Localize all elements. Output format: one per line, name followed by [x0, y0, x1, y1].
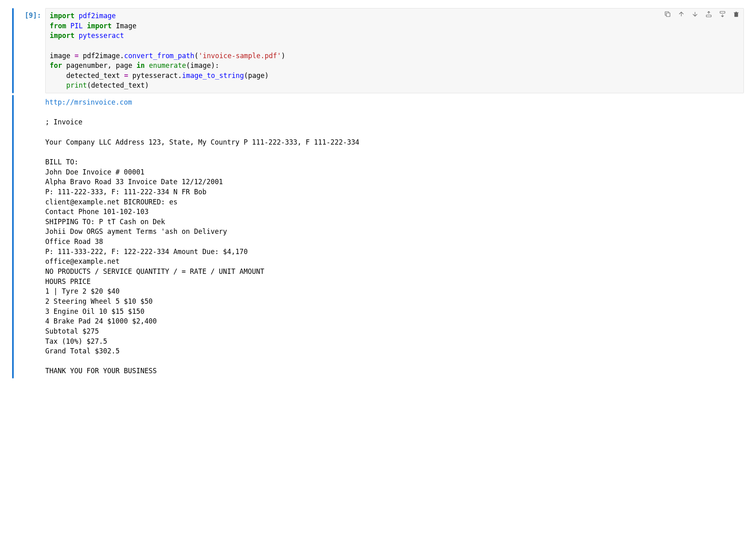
- var: detected_text: [50, 71, 124, 80]
- output-prompt: [17, 95, 45, 378]
- sp: [145, 61, 149, 69]
- input-prompt: [9]:: [17, 8, 45, 93]
- obj: pdf2image: [79, 52, 120, 60]
- var: image: [50, 52, 74, 60]
- delete-icon[interactable]: [732, 10, 740, 18]
- svg-rect-1: [706, 15, 711, 17]
- builtin: enumerate: [149, 61, 186, 69]
- insert-above-icon[interactable]: [705, 10, 713, 18]
- duplicate-icon[interactable]: [664, 10, 672, 18]
- move-down-icon[interactable]: [691, 10, 699, 18]
- input-row: [9]:: [12, 8, 744, 93]
- module-name: pdf2image: [79, 12, 116, 20]
- builtin: print: [66, 81, 87, 89]
- vars: pagenumber, page: [62, 61, 136, 69]
- rest: (detected_text): [87, 81, 149, 89]
- module-name: PIL: [70, 22, 83, 30]
- cell-toolbar: [664, 10, 740, 18]
- indent: [50, 81, 66, 89]
- op: =: [74, 52, 78, 60]
- svg-rect-2: [720, 11, 725, 13]
- paren: ): [281, 52, 285, 60]
- input-collapser[interactable]: [12, 8, 14, 93]
- output-row: http://mrsinvoice.com ; Invoice Your Com…: [12, 95, 744, 378]
- imported-name: Image: [116, 22, 136, 30]
- output-link[interactable]: http://mrsinvoice.com: [45, 98, 132, 106]
- insert-below-icon[interactable]: [718, 10, 727, 18]
- paren: (: [194, 52, 198, 60]
- kw-import: import: [50, 12, 74, 20]
- module-name: pytesseract: [79, 32, 124, 40]
- code-input-area[interactable]: import pdf2image from PIL import Image i…: [45, 8, 744, 93]
- string-literal: 'invoice-sample.pdf': [199, 52, 281, 60]
- svg-rect-0: [666, 13, 670, 17]
- obj: pytesseract: [128, 71, 178, 80]
- fn-call: convert_from_path: [124, 52, 194, 60]
- op: =: [124, 71, 128, 80]
- fn-call: image_to_string: [182, 71, 244, 80]
- kw-import: import: [50, 32, 74, 40]
- output-collapser[interactable]: [12, 95, 14, 378]
- rest: (image):: [186, 61, 219, 69]
- kw-import: import: [87, 22, 111, 30]
- kw-for: for: [50, 61, 62, 69]
- notebook-cell: [9]:: [12, 8, 744, 378]
- output-text: http://mrsinvoice.com ; Invoice Your Com…: [45, 95, 744, 378]
- move-up-icon[interactable]: [677, 10, 685, 18]
- dot: .: [120, 52, 124, 60]
- rest: (page): [244, 71, 269, 80]
- code-content: import pdf2image from PIL import Image i…: [50, 11, 739, 90]
- kw-from: from: [50, 22, 66, 30]
- output-body: ; Invoice Your Company LLC Address 123, …: [45, 118, 359, 375]
- kw-in: in: [136, 61, 145, 69]
- dot: .: [178, 71, 182, 80]
